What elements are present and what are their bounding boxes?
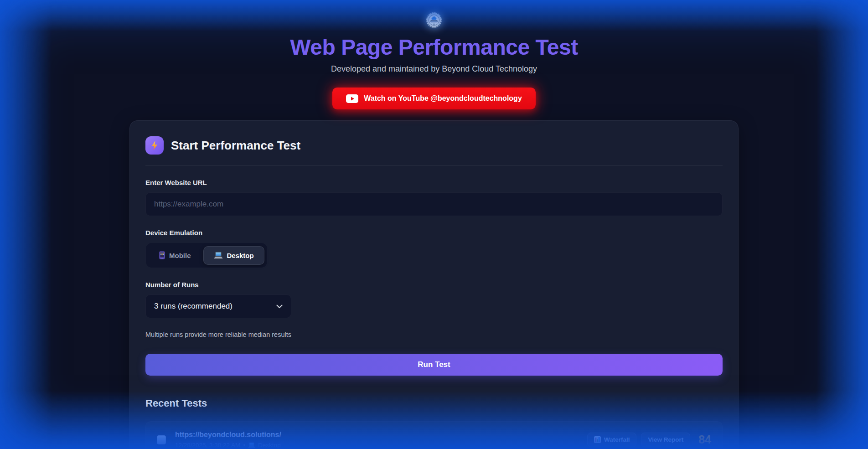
laptop-icon (214, 252, 223, 259)
run-test-button[interactable]: Run Test (145, 354, 723, 376)
test-row-actions: Waterfall View Report 84 (587, 433, 711, 447)
youtube-play-icon (346, 94, 358, 103)
device-option-mobile[interactable]: Mobile (149, 246, 202, 265)
mobile-phone-icon (159, 251, 165, 259)
waterfall-button[interactable]: Waterfall (587, 433, 637, 447)
device-option-label: Mobile (169, 252, 191, 259)
device-field-group: Device Emulation Mobile (145, 229, 723, 268)
bar-chart-icon (594, 436, 601, 443)
test-row-url: https://beyondcloud.solutions/ (175, 431, 578, 439)
page-subtitle: Developed and maintained by Beyond Cloud… (129, 64, 739, 74)
card-title: Start Performance Test (171, 139, 300, 153)
divider (145, 165, 723, 166)
website-url-input[interactable] (145, 192, 723, 216)
youtube-button[interactable]: Watch on YouTube @beyondcloudtechnology (332, 88, 536, 109)
performance-test-page: Web Page Performance Test Developed and … (129, 0, 739, 449)
test-row-info: https://beyondcloud.solutions/ 12/28/202… (175, 431, 578, 449)
device-toggle-group: Mobile D (145, 243, 268, 268)
view-report-button-label: View Report (648, 436, 683, 443)
runs-label: Number of Runs (145, 281, 723, 289)
performance-test-card: Start Performance Test Enter Website URL… (129, 120, 739, 449)
recent-tests-heading: Recent Tests (145, 397, 723, 409)
url-field-group: Enter Website URL (145, 179, 723, 216)
test-row-device: Desktop (258, 442, 281, 449)
beyond-cloud-logo (426, 12, 442, 28)
card-header: Start Performance Test (145, 136, 723, 155)
device-option-label: Desktop (227, 252, 254, 259)
view-report-button[interactable]: View Report (641, 433, 690, 447)
test-row-checkbox[interactable] (157, 435, 166, 444)
bolt-badge (145, 136, 164, 155)
url-label: Enter Website URL (145, 179, 723, 186)
runs-hint: Multiple runs provide more reliable medi… (145, 331, 723, 338)
runs-select[interactable]: 3 runs (recommended) (145, 294, 291, 318)
test-row-timestamp: 12/28/2025, 3:38:22 AM (175, 442, 240, 449)
recent-test-row: https://beyondcloud.solutions/ 12/28/202… (145, 421, 723, 449)
page-header: Web Page Performance Test Developed and … (129, 12, 739, 109)
youtube-button-label: Watch on YouTube @beyondcloudtechnology (364, 94, 522, 103)
lightning-bolt-icon (150, 140, 159, 150)
meta-separator: • (243, 442, 245, 449)
laptop-icon (248, 442, 255, 448)
device-option-desktop[interactable]: Desktop (203, 246, 264, 265)
page-title: Web Page Performance Test (129, 35, 739, 60)
runs-field-group: Number of Runs 3 runs (recommended) Mult… (145, 281, 723, 338)
chevron-down-icon (276, 304, 283, 309)
runs-select-value: 3 runs (recommended) (154, 302, 232, 311)
performance-score-badge: 84 (698, 433, 711, 446)
test-row-meta: 12/28/2025, 3:38:22 AM • Desktop (175, 442, 578, 449)
waterfall-button-label: Waterfall (604, 436, 630, 443)
device-label: Device Emulation (145, 229, 723, 237)
